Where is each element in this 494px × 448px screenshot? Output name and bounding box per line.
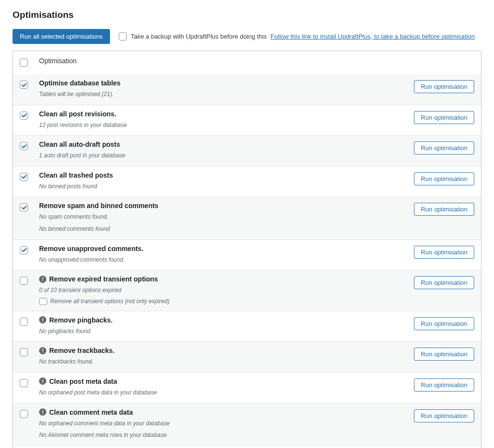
table-row: !Clean comment meta dataNo orphaned comm… — [13, 403, 481, 446]
install-updraftplus-link[interactable]: Follow this link to install UpdraftPlus,… — [271, 33, 475, 40]
row-checkbox[interactable] — [20, 277, 28, 285]
table-header: Optimisation — [13, 51, 481, 74]
table-row: Remove unapproved comments.No unapproved… — [13, 239, 481, 270]
row-checkbox[interactable] — [20, 81, 28, 89]
optimisation-title-text: Clean post meta data — [49, 378, 117, 385]
optimisation-title-text: Optimise database tables — [39, 79, 121, 87]
table-row: Clean all post revisions.12 post revisio… — [13, 105, 481, 136]
warning-icon: ! — [39, 276, 46, 283]
optimisation-description: Tables will be optimised (21). — [39, 90, 409, 99]
table-row: !Remove trackbacks.No trackbacks found.R… — [13, 341, 481, 372]
optimisation-title: Clean all post revisions. — [39, 110, 409, 118]
warning-icon: ! — [39, 378, 46, 385]
warning-icon: ! — [39, 347, 46, 354]
row-checkbox[interactable] — [20, 246, 28, 254]
table-row: Clean all trashed postsNo binned posts f… — [13, 166, 481, 197]
page-title: Optimisations — [13, 10, 481, 20]
optimisation-title: Optimise database tables — [39, 79, 409, 87]
run-optimisation-button[interactable]: Run optimisation — [414, 246, 474, 259]
optimisation-title-text: Remove spam and binned comments — [39, 202, 158, 210]
optimisation-description: No spam comments found. — [39, 212, 409, 222]
top-bar: Run all selected optimisations Take a ba… — [13, 29, 481, 44]
optimisation-description: No Akismet comment meta rows in your dat… — [39, 431, 409, 440]
run-optimisation-button[interactable]: Run optimisation — [414, 409, 474, 422]
optimisation-title-text: Remove pingbacks. — [49, 316, 113, 324]
run-optimisation-button[interactable]: Run optimisation — [414, 348, 474, 361]
sub-option-label: Remove all transient options (not only e… — [50, 298, 169, 305]
optimisation-title: !Clean post meta data — [39, 378, 409, 385]
optimisations-panel: Optimisation Optimise database tablesTab… — [13, 51, 481, 448]
warning-icon: ! — [39, 316, 46, 323]
table-row: !Clean orphaned relationship dataNo orph… — [13, 446, 481, 448]
row-checkbox[interactable] — [20, 410, 28, 418]
optimisation-description: No orphaned post meta data in your datab… — [39, 388, 409, 397]
optimisation-title: !Clean comment meta data — [39, 408, 409, 416]
optimisation-title-text: Remove expired transient options — [49, 275, 158, 283]
row-checkbox[interactable] — [20, 348, 28, 356]
table-row: !Clean post meta dataNo orphaned post me… — [13, 372, 481, 403]
optimisation-description: 1 auto draft post in your database — [39, 151, 409, 160]
optimisation-title: !Remove expired transient options — [39, 275, 409, 283]
optimisation-title: !Remove pingbacks. — [39, 316, 409, 324]
warning-icon: ! — [39, 408, 46, 416]
backup-option: Take a backup with UpdraftPlus before do… — [119, 32, 475, 41]
sub-option: Remove all transient options (not only e… — [39, 298, 409, 305]
run-optimisation-button[interactable]: Run optimisation — [414, 317, 474, 330]
optimisation-title: !Remove trackbacks. — [39, 347, 409, 354]
row-checkbox[interactable] — [20, 203, 28, 211]
table-row: Clean all auto-draft posts1 auto draft p… — [13, 135, 481, 166]
optimisation-title: Clean all trashed posts — [39, 171, 409, 179]
optimisation-description: No orphaned comment meta data in your da… — [39, 419, 409, 428]
row-checkbox[interactable] — [20, 142, 28, 150]
optimisation-description: 0 of 10 transient options expired — [39, 286, 409, 295]
optimisation-title-text: Clean comment meta data — [49, 408, 133, 416]
optimisation-description: No trackbacks found. — [39, 357, 409, 366]
run-optimisation-button[interactable]: Run optimisation — [414, 80, 474, 93]
optimisation-title-text: Remove trackbacks. — [49, 347, 114, 354]
optimisation-description: No binned posts found — [39, 182, 409, 191]
optimisation-title: Remove spam and binned comments — [39, 202, 409, 210]
optimisation-title-text: Clean all trashed posts — [39, 171, 113, 179]
optimisation-description: No unapproved comments found. — [39, 255, 409, 265]
row-checkbox[interactable] — [20, 173, 28, 181]
row-checkbox[interactable] — [20, 318, 28, 326]
backup-label: Take a backup with UpdraftPlus before do… — [131, 33, 267, 40]
run-optimisation-button[interactable]: Run optimisation — [414, 111, 474, 124]
sub-option-checkbox[interactable] — [39, 298, 47, 305]
table-row: !Remove pingbacks.No pingbacks foundRun … — [13, 311, 481, 342]
run-optimisation-button[interactable]: Run optimisation — [414, 172, 474, 185]
table-row: !Remove expired transient options0 of 10… — [13, 270, 481, 311]
optimisation-title-text: Clean all post revisions. — [39, 110, 116, 118]
optimisation-title: Remove unapproved comments. — [39, 245, 409, 252]
run-all-button[interactable]: Run all selected optimisations — [13, 29, 110, 44]
optimisation-title-text: Remove unapproved comments. — [39, 245, 143, 252]
optimisation-title-text: Clean all auto-draft posts — [39, 140, 120, 148]
run-optimisation-button[interactable]: Run optimisation — [414, 378, 474, 392]
optimisation-description: No pingbacks found — [39, 327, 409, 336]
run-optimisation-button[interactable]: Run optimisation — [414, 141, 474, 154]
backup-checkbox[interactable] — [119, 32, 127, 41]
table-row: Remove spam and binned commentsNo spam c… — [13, 196, 481, 239]
run-optimisation-button[interactable]: Run optimisation — [414, 203, 474, 216]
optimisation-description: No binned comments found — [39, 224, 409, 234]
header-optimisation-label: Optimisation — [39, 57, 474, 65]
row-checkbox[interactable] — [20, 379, 28, 387]
table-row: Optimise database tablesTables will be o… — [13, 74, 481, 105]
optimisation-description: 12 post revisions in your database — [39, 121, 409, 130]
optimisation-title: Clean all auto-draft posts — [39, 140, 409, 148]
run-optimisation-button[interactable]: Run optimisation — [414, 276, 474, 289]
select-all-checkbox[interactable] — [20, 58, 28, 67]
row-checkbox[interactable] — [20, 112, 28, 120]
